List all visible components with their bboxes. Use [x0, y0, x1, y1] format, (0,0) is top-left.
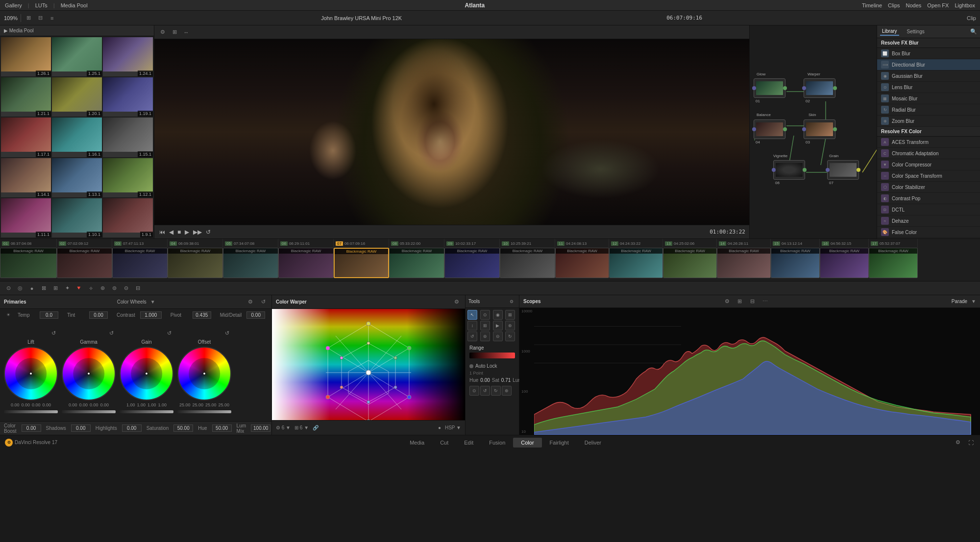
tools-settings[interactable]: ⚙ [507, 297, 516, 306]
fx-dctl[interactable]: D DCTL [877, 204, 980, 215]
lift-settings-icon[interactable]: ↺ [49, 329, 58, 337]
nodes-button[interactable]: Nodes [906, 2, 922, 8]
toolbar-icon-2[interactable]: ⊟ [36, 14, 45, 23]
gallery-button[interactable]: Gallery [5, 2, 22, 8]
fx-radial-blur[interactable]: ↻ Radial Blur [877, 104, 980, 116]
fx-color-compressor[interactable]: ▼ Color Compressor [877, 159, 980, 170]
tool-5[interactable]: ↕ [467, 321, 477, 330]
warper-view-btn[interactable]: ⊞ 6 ▼ [294, 425, 309, 430]
prev-frame-icon[interactable]: ◀ [168, 228, 174, 236]
fx-aces-transform[interactable]: A ACES Transform [877, 137, 980, 148]
contrast-input[interactable] [140, 311, 162, 319]
next-frame-icon[interactable]: ▶▶ [192, 228, 203, 236]
fx-mosaic-blur[interactable]: ▦ Mosaic Blur [877, 93, 980, 104]
tool-3[interactable]: ◉ [493, 310, 503, 320]
saturation-input[interactable] [173, 424, 193, 432]
pivot-input[interactable] [193, 311, 211, 319]
color-wheels-dropdown[interactable]: Color Wheels [117, 299, 147, 305]
color-tool-6[interactable]: ✦ [63, 284, 72, 293]
tool-6[interactable]: ⊞ [480, 321, 490, 330]
color-wheels-arrow[interactable]: ▼ [150, 299, 155, 305]
extra-tool-2[interactable]: ↺ [480, 386, 490, 396]
temp-input[interactable] [40, 311, 58, 319]
thumb-1[interactable]: 1.26.1 [1, 37, 51, 76]
thumb-6[interactable]: 1.19.1 [103, 77, 153, 117]
gamma-wheel[interactable] [62, 347, 116, 401]
fx-lens-blur[interactable]: ⊙ Lens Blur [877, 82, 980, 93]
gain-wheel[interactable] [120, 347, 173, 401]
tl-clip-8[interactable]: Blackmagic RAW [389, 248, 444, 278]
tint-input[interactable] [89, 311, 108, 319]
color-tool-1[interactable]: ⊙ [4, 284, 13, 293]
skip-start-icon[interactable]: ⏮ [158, 228, 166, 236]
tl-clip-3[interactable]: Blackmagic RAW [112, 248, 168, 278]
fx-color-stabilizer[interactable]: ⬡ Color Stabilizer [877, 182, 980, 193]
node-skin[interactable] [804, 119, 835, 139]
thumb-4[interactable]: 1.21.1 [1, 77, 51, 117]
color-tool-8[interactable]: ⟡ [86, 284, 95, 293]
extra-tool-4[interactable]: ⊛ [502, 386, 512, 396]
fx-chromatic-adaptation[interactable]: C Chromatic Adaptation [877, 148, 980, 159]
fx-box-blur[interactable]: ⬜ Box Blur [877, 48, 980, 59]
thumb-9[interactable]: 1.15.1 [103, 118, 153, 157]
color-tool-5[interactable]: ⊞ [51, 284, 60, 293]
lift-slider[interactable] [4, 410, 58, 413]
gamma-settings-icon[interactable]: ↺ [107, 329, 116, 337]
shadows-input[interactable] [71, 424, 91, 432]
tool-pointer[interactable]: ↖ [467, 310, 477, 320]
library-tab[interactable]: Library [880, 27, 899, 36]
fx-contrast-pop[interactable]: ◐ Contrast Pop [877, 193, 980, 204]
lift-wheel[interactable] [4, 347, 58, 401]
warper-link-btn[interactable]: 🔗 [313, 425, 318, 430]
tool-7[interactable]: ▶ [493, 321, 503, 330]
gain-settings-icon[interactable]: ↺ [165, 329, 173, 337]
tool-4[interactable]: ⊠ [505, 310, 515, 320]
primaries-settings-icon[interactable]: ⚙ [246, 298, 255, 306]
scopes-settings-icon[interactable]: ⚙ [723, 297, 732, 306]
tl-clip-5[interactable]: Blackmagic RAW [223, 248, 278, 278]
stop-icon[interactable]: ■ [176, 228, 182, 236]
tl-clip-1[interactable]: Blackmagic RAW [0, 248, 57, 278]
color-tool-10[interactable]: ⊜ [110, 284, 119, 293]
node-warper[interactable] [804, 78, 835, 98]
tl-clip-4[interactable]: Blackmagic RAW [168, 248, 223, 278]
thumb-7[interactable]: 1.17.1 [1, 118, 51, 157]
tl-clip-6[interactable]: Blackmagic RAW [278, 248, 334, 278]
nav-color[interactable]: Color [513, 438, 541, 448]
settings-tab[interactable]: Settings [905, 28, 927, 35]
color-boost-input[interactable] [22, 424, 41, 432]
preview-view-icon[interactable]: ⊞ [170, 28, 179, 37]
open-fx-button[interactable]: Open FX [927, 2, 949, 8]
gain-slider[interactable] [120, 410, 173, 413]
preview-settings-icon[interactable]: ⚙ [158, 28, 167, 37]
color-tool-4[interactable]: ⊠ [39, 284, 48, 293]
tl-clip-16[interactable]: Blackmagic RAW [820, 248, 869, 278]
color-tool-2[interactable]: ◎ [16, 284, 24, 293]
loop-icon[interactable]: ↺ [205, 228, 212, 236]
nav-deliver[interactable]: Deliver [577, 438, 609, 448]
nav-cut[interactable]: Cut [432, 438, 456, 448]
tl-clip-17[interactable]: Blackmagic RAW [869, 248, 918, 278]
fx-zoom-blur[interactable]: ⊕ Zoom Blur [877, 116, 980, 127]
media-pool-button[interactable]: Media Pool [61, 2, 88, 8]
clips-button[interactable]: Clips [888, 2, 900, 8]
node-vignette[interactable] [773, 160, 805, 180]
tool-2[interactable]: ⊙ [480, 310, 490, 320]
tl-clip-10[interactable]: Blackmagic RAW [500, 248, 555, 278]
tl-clip-13[interactable]: Blackmagic RAW [663, 248, 717, 278]
nav-fairlight[interactable]: Fairlight [542, 438, 577, 448]
bottom-fullscreen-icon[interactable]: ⛶ [966, 438, 975, 447]
scope-type-dropdown[interactable]: Parade [952, 299, 967, 304]
thumb-11[interactable]: 1.13.1 [52, 158, 102, 197]
thumb-13[interactable]: 1.11.1 [1, 198, 51, 237]
highlights-input[interactable] [122, 424, 142, 432]
color-tool-11[interactable]: ⊝ [122, 284, 130, 293]
offset-settings-icon[interactable]: ↺ [222, 329, 231, 337]
color-tool-7[interactable]: 🔻 [74, 284, 83, 293]
tl-clip-12[interactable]: Blackmagic RAW [609, 248, 663, 278]
toolbar-icon-1[interactable]: ⊞ [24, 14, 33, 23]
thumb-2[interactable]: 1.25.1 [52, 37, 102, 76]
lightbox-button[interactable]: Lightbox [955, 2, 975, 8]
fx-dehaze[interactable]: ≈ Dehaze [877, 215, 980, 227]
bottom-settings-icon[interactable]: ⚙ [954, 438, 962, 447]
